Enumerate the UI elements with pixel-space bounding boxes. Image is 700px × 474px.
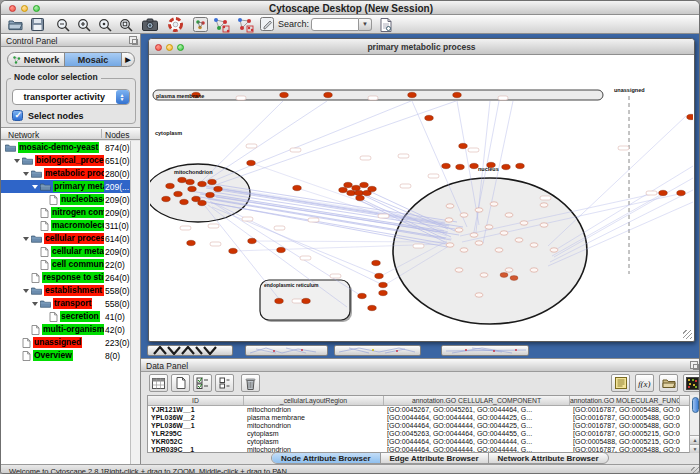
tree-row-count: 280(0) [105, 169, 130, 179]
network-canvas[interactable]: plasma membrane cytoplasm mitochondrion … [150, 56, 693, 342]
column-header[interactable]: annotation.GO CELLULAR_COMPONENT [384, 396, 570, 405]
tab-edge-attribute-browser[interactable]: Edge Attribute Browser [381, 453, 489, 463]
annotation-icon[interactable] [259, 16, 276, 33]
zoom-selected-icon[interactable] [117, 16, 134, 33]
zoom-out-icon[interactable] [54, 16, 71, 33]
tree-row[interactable]: secretion41(0) [1, 310, 130, 323]
minimized-window-3[interactable] [334, 345, 421, 356]
unselect-all-attributes-icon[interactable] [215, 374, 234, 392]
tree-row[interactable]: metabolic process280(0) [1, 167, 130, 180]
tree-row-label: primary metabo [53, 181, 104, 192]
search-dropdown-button[interactable]: ▼ [359, 18, 372, 31]
attribute-matrix-icon[interactable] [683, 374, 700, 392]
tree-row[interactable]: cellular metabo209(0) [1, 245, 130, 258]
tree-row-count: 264(0) [105, 273, 130, 283]
save-session-icon[interactable] [29, 16, 46, 33]
layout-nodes-a-icon[interactable] [213, 16, 230, 33]
new-attribute-icon[interactable] [171, 374, 190, 392]
expand-arrow-icon[interactable] [23, 237, 29, 241]
tab-network[interactable]: Network [8, 53, 64, 66]
tree-row[interactable]: transport558(0) [1, 297, 130, 310]
tree-row[interactable]: unassigned223(0) [1, 336, 130, 349]
control-panel-header: Control Panel [1, 34, 140, 47]
tree-row[interactable]: establishment of lo558(0) [1, 284, 130, 297]
tree-row[interactable]: biological_process651(0) [1, 154, 130, 167]
snapshot-camera-icon[interactable] [141, 16, 158, 33]
table-row[interactable]: YPL036W__2 plasma membrane [GO:0044464, … [148, 414, 694, 422]
cell-id: YLR295C [148, 430, 244, 438]
expand-arrow-icon[interactable] [32, 302, 38, 306]
tree-scrollbar[interactable] [130, 141, 140, 464]
network-view-window[interactable]: primary metabolic process [148, 38, 695, 342]
tab-mosaic[interactable]: Mosaic [64, 53, 121, 66]
select-all-attributes-icon[interactable] [193, 374, 212, 392]
column-header[interactable]: annotation.GO MOLECULAR_FUNCTION [570, 396, 680, 405]
expand-arrow-icon[interactable] [23, 172, 29, 176]
network-window-resize-grip[interactable] [683, 330, 692, 339]
expand-arrow-icon[interactable] [14, 159, 20, 163]
float-panel-icon[interactable] [690, 361, 698, 369]
tree-row-label: nucleobase- [60, 194, 104, 205]
open-session-icon[interactable] [7, 16, 24, 33]
column-header[interactable]: _cellularLayoutRegion [244, 396, 384, 405]
tree-row-selected[interactable]: primary metabo209(... [1, 180, 130, 193]
attribute-list-icon[interactable] [611, 374, 630, 392]
search-input[interactable] [311, 18, 359, 31]
tree-row[interactable]: macromolecule311(0) [1, 219, 130, 232]
search-document-icon[interactable] [377, 16, 394, 33]
minimized-window-1[interactable] [147, 345, 233, 356]
tree-row[interactable]: multi-organism pro42(0) [1, 323, 130, 336]
tree-row-label: response to stimulu [42, 272, 104, 283]
network-window-titlebar[interactable]: primary metabolic process [149, 39, 694, 55]
zoom-in-icon[interactable] [75, 16, 92, 33]
data-panel: Data Panel f(x) [141, 358, 700, 464]
table-row[interactable]: YLR295C cytoplasm [GO:0045263, GO:004446… [148, 430, 694, 438]
tree-header-network: Network [8, 130, 39, 140]
delete-attribute-trash-icon[interactable] [241, 374, 260, 392]
nucleus-label: nucleus [478, 166, 499, 172]
attribute-table-icon[interactable] [149, 374, 168, 392]
file-icon [40, 247, 49, 257]
scrollbar-thumb[interactable] [692, 397, 699, 413]
import-attributes-folder-icon[interactable] [659, 374, 678, 392]
tree-row-label: secretion [60, 311, 100, 322]
tree-row[interactable]: Overview8(0) [1, 349, 130, 362]
layout-nodes-b-icon[interactable] [237, 16, 254, 33]
tree-row-count: 22(0) [105, 260, 125, 270]
status-pan-hint: Middle-click + drag to PAN [199, 467, 287, 474]
help-lifesaver-icon[interactable] [167, 16, 184, 33]
tree-row[interactable]: mosaic-demo-yeast874(0) [1, 141, 130, 154]
svg-text:f(x): f(x) [638, 379, 651, 389]
float-panel-icon[interactable] [129, 36, 137, 44]
window-resize-grip[interactable] [691, 467, 700, 474]
node-color-dropdown[interactable]: transporter activity ▲▼ [12, 89, 130, 105]
tree-row-label: cellular metabo [51, 246, 104, 257]
tree-row[interactable]: nitrogen compo209(0) [1, 206, 130, 219]
table-row[interactable]: YKR052C cytoplasm [GO:0044464, GO:004444… [148, 438, 694, 446]
table-row[interactable]: YJR121W__1 mitochondrion [GO:0045267, GO… [148, 406, 694, 414]
formula-builder-icon[interactable]: f(x) [635, 374, 654, 392]
zoom-fit-icon[interactable] [96, 16, 113, 33]
tree-row-count: 209(... [105, 182, 129, 192]
network-graph[interactable]: plasma membrane cytoplasm mitochondrion … [150, 56, 693, 342]
table-row[interactable]: YPL036W__1 mitochondrion [GO:0044464, GO… [148, 422, 694, 430]
minimized-window-2[interactable] [245, 345, 328, 356]
column-header[interactable]: ID [148, 396, 244, 405]
scroll-up-arrow-icon[interactable]: ▲ [690, 435, 700, 444]
table-scrollbar[interactable]: ▲ ▼ [689, 395, 700, 453]
tree-row[interactable]: cellular process614(0) [1, 232, 130, 245]
tree-row[interactable]: cell communicat22(0) [1, 258, 130, 271]
cell-region: mitochondrion [244, 422, 384, 430]
tab-network-attribute-browser[interactable]: Network Attribute Browser [489, 453, 608, 463]
expand-arrow-icon[interactable] [32, 185, 38, 189]
select-nodes-label: Select nodes [28, 111, 84, 121]
tree-row[interactable]: response to stimulu264(0) [1, 271, 130, 284]
select-nodes-checkbox[interactable] [12, 110, 23, 121]
tree-row[interactable]: nucleobase-209(0) [1, 193, 130, 206]
scroll-down-arrow-icon[interactable]: ▼ [690, 444, 700, 453]
expand-arrow-icon[interactable] [23, 289, 29, 293]
tab-overflow-button[interactable]: ▶ [121, 53, 134, 66]
vizmapper-icon[interactable] [192, 16, 209, 33]
minimized-window-4[interactable] [441, 345, 529, 356]
tab-node-attribute-browser[interactable]: Node Attribute Browser [272, 453, 381, 463]
